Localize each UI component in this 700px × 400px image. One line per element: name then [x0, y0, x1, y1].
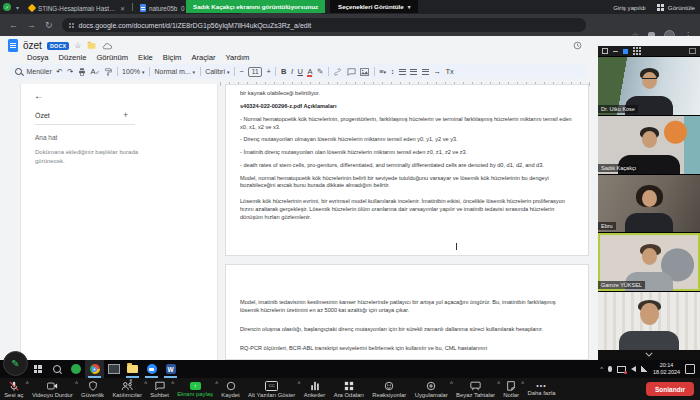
search-menus-icon[interactable] — [15, 68, 22, 75]
participant-video[interactable]: Sadık Kaçakçı — [598, 115, 700, 174]
paragraph-style-select[interactable]: Normal m... ▾ — [154, 68, 195, 75]
add-heading-icon[interactable]: + — [123, 110, 128, 120]
speaker-view-icon[interactable] — [623, 49, 628, 54]
start-button[interactable] — [28, 360, 47, 378]
notes-button[interactable]: Notlar ^ — [499, 378, 523, 400]
google-docs-icon — [140, 4, 146, 12]
reload-icon[interactable]: ↻ — [45, 20, 53, 30]
menu-araclar[interactable]: Araçlar — [191, 53, 215, 62]
participants-button[interactable]: 8 Katılımcılar ^ — [108, 378, 146, 400]
tray-mic-icon[interactable] — [608, 366, 612, 372]
taskbar-system-app[interactable] — [104, 360, 123, 378]
document-page-1[interactable]: bir kaynak olabileceği belirtiliyor. s40… — [225, 84, 589, 256]
font-size-field[interactable]: 11 — [248, 67, 262, 77]
browser-tab-sting[interactable]: STING-Hesaplamalı Hasta Mod... ✕ — [24, 2, 130, 14]
menu-yardim[interactable]: Yardım — [225, 53, 249, 62]
outline-divider — [35, 124, 135, 125]
security-button[interactable]: Güvenlik — [77, 378, 108, 400]
taskbar-word[interactable]: W — [161, 360, 180, 378]
taskbar-search-button[interactable] — [47, 360, 66, 378]
numbered-list-icon[interactable] — [422, 69, 429, 75]
taskbar-green-app[interactable] — [66, 360, 85, 378]
restore-window-icon[interactable] — [602, 48, 608, 54]
tray-screenshare-icon[interactable] — [617, 366, 626, 373]
document-page-2[interactable]: Model, imatinib tedavisinin kesilmesinin… — [225, 264, 589, 360]
google-docs-logo[interactable] — [8, 39, 18, 52]
line-spacing-icon[interactable]: ↕ — [391, 67, 395, 76]
version-history-icon[interactable] — [573, 41, 582, 50]
highlight-button[interactable]: ✎ — [317, 67, 323, 76]
print-icon[interactable] — [78, 68, 86, 76]
insert-link-icon[interactable] — [333, 68, 342, 76]
indent-icons[interactable]: → — [433, 67, 441, 76]
tray-chevron-up-icon[interactable]: ^ — [600, 366, 603, 372]
collapse-panel-button[interactable] — [598, 350, 700, 359]
unmute-button[interactable]: Sesi aç ^ — [0, 378, 28, 400]
taskbar-zoom[interactable] — [142, 360, 161, 378]
whiteboards-button[interactable]: Beyaz Tahtalar ^ — [452, 378, 499, 400]
move-folder-icon[interactable] — [88, 43, 96, 49]
extension-status-icon[interactable]: ✓ — [3, 3, 11, 11]
annotation-tool-button[interactable]: ✎ — [3, 351, 28, 376]
zoom-select[interactable]: 100% ▾ — [122, 68, 144, 75]
action-center-icon[interactable] — [685, 364, 695, 374]
font-select[interactable]: Calibri ▾ — [205, 68, 229, 75]
taskbar-file-explorer[interactable] — [123, 360, 142, 378]
participant-video[interactable]: Ebru — [598, 174, 700, 233]
back-icon[interactable]: ← — [9, 20, 18, 30]
paint-format-icon[interactable] — [104, 68, 112, 76]
add-comment-icon[interactable] — [347, 68, 356, 76]
end-meeting-button[interactable]: Sonlandır — [646, 382, 694, 396]
search-menus-label[interactable]: Menüler — [27, 68, 52, 75]
insert-image-icon[interactable] — [360, 68, 369, 76]
address-bar[interactable]: docs.google.com/document/d/1iZE8rDG1p56y… — [62, 18, 586, 32]
participant-video-active-speaker[interactable]: Gamze YÜKSEL — [598, 232, 700, 291]
reactions-button[interactable]: Reaksiyonlar — [368, 378, 410, 400]
star-document-icon[interactable]: ☆ — [74, 41, 81, 50]
record-button[interactable]: Kaydet — [217, 378, 244, 400]
bullet-list-icon[interactable] — [410, 69, 417, 75]
gallery-view-icon[interactable] — [633, 47, 641, 55]
zoom-view-button[interactable]: Görüntüle — [657, 4, 695, 11]
captions-button[interactable]: CC Alt Yazıları Göster ^ — [244, 378, 300, 400]
tray-network-icon[interactable] — [641, 366, 648, 372]
minimize-icon[interactable] — [613, 51, 618, 52]
menu-dosya[interactable]: Dosya — [27, 53, 49, 62]
text-color-button[interactable]: A — [307, 67, 312, 76]
polls-button[interactable]: Anketler — [300, 378, 330, 400]
bold-button[interactable]: B — [281, 67, 286, 76]
stop-video-button[interactable]: Videoyu Durdur ^ — [28, 378, 77, 400]
breakout-rooms-button[interactable]: Ara Odaları — [330, 378, 369, 400]
participant-video[interactable]: Dr. Utku Kose — [598, 56, 700, 115]
italic-button[interactable]: I — [291, 67, 293, 76]
redo-icon[interactable]: ↷ — [67, 67, 73, 76]
menu-gorunum[interactable]: Görünüm — [96, 53, 128, 62]
popout-icon[interactable] — [689, 48, 696, 54]
menu-bicim[interactable]: Biçim — [163, 53, 182, 62]
site-settings-icon[interactable] — [69, 23, 74, 28]
share-screen-button[interactable]: ↑ Ekranı paylaş ^ — [173, 378, 217, 400]
document-title[interactable]: özet — [23, 40, 42, 51]
more-button[interactable]: ••• Daha fazla — [523, 378, 560, 400]
view-options-button[interactable]: Seçenekleri Görüntüle ▾ — [330, 0, 418, 13]
forward-icon[interactable]: → — [27, 20, 36, 30]
menu-ekle[interactable]: Ekle — [138, 53, 153, 62]
tray-speaker-icon[interactable] — [631, 366, 636, 372]
close-outline-icon[interactable]: ← — [34, 90, 44, 101]
checklist-icon[interactable] — [399, 69, 406, 75]
chat-button[interactable]: Sohbet ^ — [146, 378, 173, 400]
apps-button[interactable]: Uygulamalar ^ — [410, 378, 451, 400]
underline-button[interactable]: U — [297, 67, 302, 76]
increase-font-icon[interactable]: + — [267, 67, 271, 76]
close-tab-icon[interactable]: ✕ — [120, 5, 125, 12]
clear-format-icon[interactable]: Tx — [445, 67, 453, 76]
align-icon[interactable]: ≡▾ — [379, 67, 386, 76]
decrease-font-icon[interactable]: − — [239, 67, 243, 76]
spell-check-icon[interactable]: A✓ — [90, 67, 99, 76]
taskbar-clock[interactable]: 20:14 18.02.2024 — [653, 362, 680, 376]
taskbar-chrome[interactable] — [85, 360, 104, 378]
undo-icon[interactable]: ↶ — [56, 67, 62, 76]
menu-duzenle[interactable]: Düzenle — [59, 53, 87, 62]
tab-search-chevron-icon[interactable]: ▾ — [16, 4, 19, 11]
participant-video[interactable] — [598, 291, 700, 350]
